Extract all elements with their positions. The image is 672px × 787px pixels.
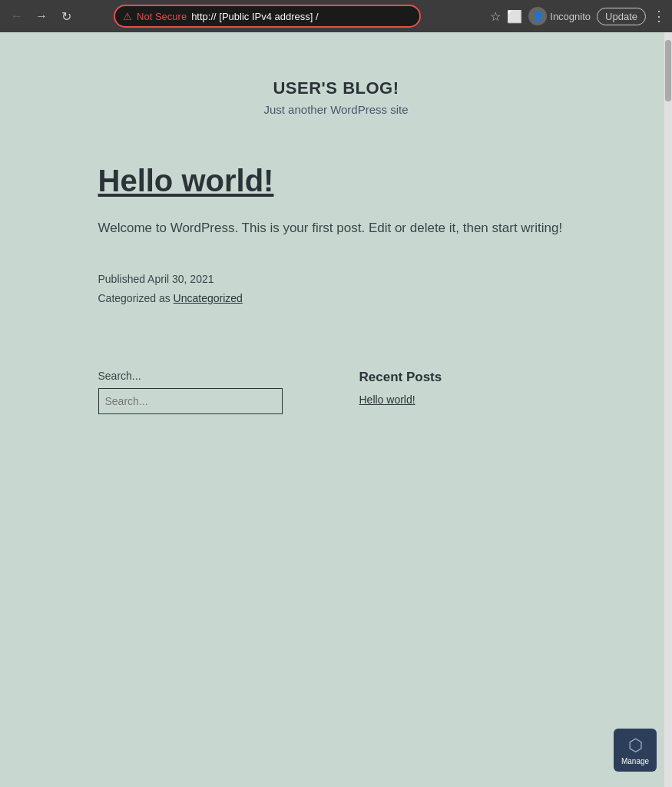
manage-icon: ⬡ xyxy=(628,736,643,755)
page-content: USER'S BLOG! Just another WordPress site… xyxy=(0,32,672,787)
scrollbar[interactable] xyxy=(664,32,672,787)
post-meta: Published April 30, 2021 Categorized as … xyxy=(98,270,574,308)
address-text: http:// [Public IPv4 address] / xyxy=(191,11,318,22)
recent-post-link[interactable]: Hello world! xyxy=(359,394,415,406)
search-input[interactable] xyxy=(98,388,283,414)
bookmark-icon[interactable]: ☆ xyxy=(490,9,501,24)
site-header: USER'S BLOG! Just another WordPress site xyxy=(0,32,672,147)
post-published: Published April 30, 2021 xyxy=(98,270,574,289)
update-button[interactable]: Update xyxy=(597,8,646,25)
footer-recent-posts: Recent Posts Hello world! xyxy=(359,370,574,407)
post-title[interactable]: Hello world! xyxy=(98,162,574,199)
search-label: Search... xyxy=(98,370,313,382)
manage-badge[interactable]: ⬡ Manage xyxy=(614,729,657,772)
reload-button[interactable]: ↻ xyxy=(55,5,77,27)
post-body: Welcome to WordPress. This is your first… xyxy=(98,218,574,239)
forward-button[interactable]: → xyxy=(31,5,52,27)
post-category: Categorized as Uncategorized xyxy=(98,289,574,308)
category-link[interactable]: Uncategorized xyxy=(174,292,243,304)
browser-chrome: ← → ↻ ⚠ Not Secure http:// [Public IPv4 … xyxy=(0,0,672,32)
incognito-area: 👤 Incognito xyxy=(528,7,591,25)
not-secure-icon: ⚠ xyxy=(123,11,132,22)
recent-posts-title: Recent Posts xyxy=(359,370,574,385)
site-title: USER'S BLOG! xyxy=(15,78,657,98)
back-button[interactable]: ← xyxy=(6,5,28,27)
not-secure-text: Not Secure xyxy=(137,11,187,22)
tab-icon[interactable]: ⬜ xyxy=(507,9,522,24)
menu-button[interactable]: ⋮ xyxy=(652,8,666,25)
footer-area: Search... Recent Posts Hello world! xyxy=(68,339,605,430)
browser-right: ☆ ⬜ 👤 Incognito Update ⋮ xyxy=(490,7,666,25)
footer-search: Search... xyxy=(98,370,313,414)
page-wrapper: USER'S BLOG! Just another WordPress site… xyxy=(0,32,672,787)
site-tagline: Just another WordPress site xyxy=(15,103,657,116)
main-content: Hello world! Welcome to WordPress. This … xyxy=(68,147,605,339)
manage-label: Manage xyxy=(621,757,649,765)
address-bar[interactable]: ⚠ Not Secure http:// [Public IPv4 addres… xyxy=(114,5,421,28)
scrollbar-thumb[interactable] xyxy=(665,40,671,101)
incognito-label: Incognito xyxy=(550,11,591,22)
incognito-icon: 👤 xyxy=(528,7,547,25)
nav-buttons: ← → ↻ xyxy=(6,5,77,27)
categorized-label: Categorized as xyxy=(98,292,170,304)
